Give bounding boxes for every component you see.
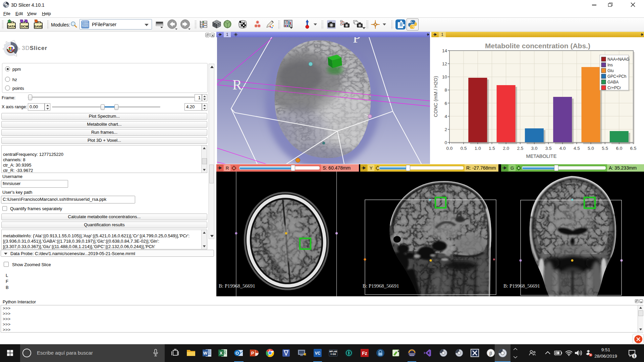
svg-text:10: 10 xyxy=(442,74,447,79)
svg-text:X IDE: X IDE xyxy=(330,353,336,355)
svg-text:Metabolite concentration (Abs.: Metabolite concentration (Abs.) xyxy=(485,42,590,50)
svg-text:W: W xyxy=(203,351,208,356)
svg-text:0.0: 0.0 xyxy=(446,146,453,151)
svg-text:P: P xyxy=(251,351,254,356)
svg-text:2.5: 2.5 xyxy=(517,146,523,151)
svg-text:β: β xyxy=(489,351,492,356)
svg-text:B: P19968_56691: B: P19968_56691 xyxy=(363,283,399,289)
svg-text:P: P xyxy=(353,37,361,46)
svg-text:6.5: 6.5 xyxy=(630,146,637,151)
svg-text:4: 4 xyxy=(444,114,447,119)
svg-text:B: P19968_56691: B: P19968_56691 xyxy=(503,283,540,289)
svg-text:O: O xyxy=(235,351,239,356)
svg-text:VC: VC xyxy=(315,351,321,356)
svg-text:4.5: 4.5 xyxy=(574,146,580,151)
svg-text:Cr+PCr: Cr+PCr xyxy=(607,85,621,90)
svg-text:METABOLITE: METABOLITE xyxy=(526,154,557,159)
svg-text:8: 8 xyxy=(444,87,447,93)
svg-text:5.0: 5.0 xyxy=(588,146,594,151)
svg-text:Glu: Glu xyxy=(607,68,614,73)
svg-text:Ins: Ins xyxy=(607,63,613,67)
svg-text:GABA: GABA xyxy=(607,80,619,84)
svg-text:DCM: DCM xyxy=(21,24,28,28)
svg-text:1.5: 1.5 xyxy=(489,146,495,151)
svg-text:CONC (mM / H2O): CONC (mM / H2O) xyxy=(433,76,438,117)
svg-text:5.5: 5.5 xyxy=(602,146,608,151)
svg-text:X: X xyxy=(220,351,223,356)
svg-text:1.0: 1.0 xyxy=(475,146,481,151)
svg-text:4.0: 4.0 xyxy=(559,146,566,151)
svg-text:6: 6 xyxy=(444,101,447,106)
svg-text:6.0: 6.0 xyxy=(616,146,622,151)
svg-text:3.0: 3.0 xyxy=(531,146,538,151)
svg-text:12: 12 xyxy=(442,61,447,66)
svg-text:R: R xyxy=(232,77,242,93)
svg-text:NAA+NAAG: NAA+NAAG xyxy=(607,57,630,62)
svg-text:Fz: Fz xyxy=(362,351,367,356)
svg-text:MPLAB: MPLAB xyxy=(329,350,337,353)
svg-text:2.0: 2.0 xyxy=(503,146,509,151)
svg-text:0.5: 0.5 xyxy=(461,146,467,151)
svg-text:3.5: 3.5 xyxy=(545,146,552,151)
svg-text:2: 2 xyxy=(444,127,447,132)
svg-text:DATA: DATA xyxy=(7,24,16,28)
svg-text:GPC+PCh: GPC+PCh xyxy=(607,74,626,79)
svg-text:B: P19968_56691: B: P19968_56691 xyxy=(219,283,255,289)
svg-text:SAVE: SAVE xyxy=(34,24,42,28)
svg-text:14: 14 xyxy=(442,48,447,53)
svg-text:0: 0 xyxy=(444,140,447,145)
